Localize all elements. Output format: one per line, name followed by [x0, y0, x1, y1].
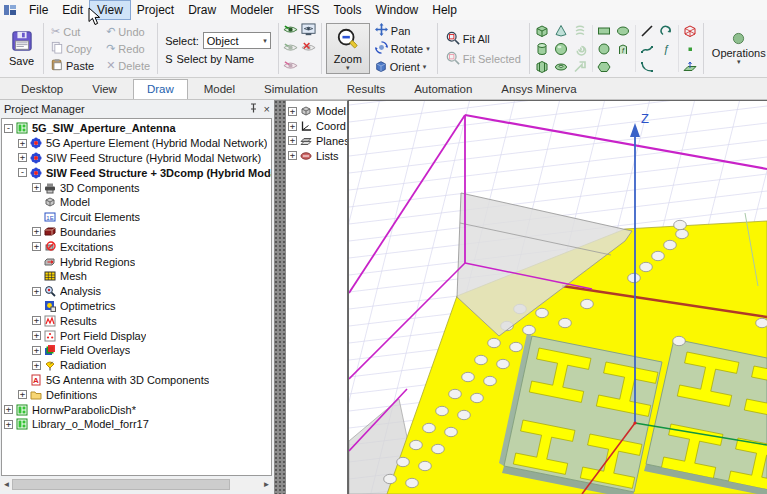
draw-surface-function-button[interactable]: f — [614, 40, 633, 57]
draw-cylinder-button[interactable] — [533, 40, 552, 57]
pin-icon[interactable] — [249, 103, 258, 115]
tree-item-model[interactable]: Model — [2, 195, 271, 210]
draw-spiral-button[interactable] — [571, 40, 590, 57]
menu-hfss[interactable]: HFSS — [281, 1, 327, 19]
tree-item-5g-antenna-with-3d-components[interactable]: A5G Antenna with 3D Components — [2, 373, 271, 388]
pan-button[interactable]: Pan — [373, 22, 432, 39]
tree-item-optimetrics[interactable]: Optimetrics — [2, 299, 271, 314]
tree-item-5g-siw-aperture-antenna[interactable]: -5G_SIW_Aperture_Antenna — [2, 121, 271, 136]
tab-ansys-minerva[interactable]: Ansys Minerva — [488, 80, 589, 99]
tree-item-siw-feed-structure-hybrid-modal-network[interactable]: +SIW Feed Structure (Hybrid Modal Networ… — [2, 151, 271, 166]
tree-item-field-overlays[interactable]: +Field Overlays — [2, 343, 271, 358]
draw-point-button[interactable] — [681, 40, 700, 57]
draw-box-button[interactable] — [533, 22, 552, 39]
scrollbar-thumb[interactable] — [12, 479, 230, 490]
menu-edit[interactable]: Edit — [55, 1, 90, 19]
tree-item-coord[interactable]: +Coord — [286, 119, 347, 134]
menu-view[interactable]: View — [90, 1, 130, 19]
tree-item-hornwparabolicdish[interactable]: +HornwParabolicDish* — [2, 402, 271, 417]
expand-icon[interactable]: + — [32, 316, 41, 325]
save-button[interactable]: Save — [3, 21, 40, 76]
menu-help[interactable]: Help — [425, 1, 464, 19]
tree-item-definitions[interactable]: +Definitions — [2, 387, 271, 402]
close-icon[interactable]: × — [264, 103, 270, 115]
expand-icon[interactable]: + — [18, 390, 27, 399]
draw-equation-curve-button[interactable]: ƒ — [657, 40, 676, 57]
tree-item-radiation[interactable]: +Radiation — [2, 358, 271, 373]
zoom-button[interactable]: Zoom ▾ — [326, 23, 370, 74]
expand-icon[interactable]: + — [32, 361, 41, 370]
scroll-left-icon[interactable]: ◄ — [1, 480, 12, 489]
draw-spline-button[interactable] — [638, 40, 657, 57]
draw-line-button[interactable] — [638, 22, 657, 39]
collapse-icon[interactable]: - — [4, 124, 13, 133]
toggle-visibility-icon[interactable] — [283, 60, 298, 73]
tree-item-hybrid-regions[interactable]: Hybrid Regions — [2, 254, 271, 269]
tree-item-model[interactable]: +Model — [286, 104, 347, 119]
expand-icon[interactable]: + — [32, 346, 41, 355]
tab-simulation[interactable]: Simulation — [251, 80, 331, 99]
menu-window[interactable]: Window — [369, 1, 426, 19]
draw-arc-button[interactable] — [638, 58, 657, 75]
show-visible-icon[interactable] — [283, 24, 298, 37]
horizontal-scrollbar[interactable]: ◄ ► — [1, 478, 272, 491]
tab-results[interactable]: Results — [334, 80, 398, 99]
3d-scene[interactable]: Z — [349, 101, 767, 494]
panel-splitter[interactable] — [274, 100, 286, 494]
expand-icon[interactable]: + — [288, 151, 297, 160]
fit-all-button[interactable]: Fit All — [444, 30, 523, 47]
expand-icon[interactable]: + — [32, 183, 41, 192]
select-mode-dropdown[interactable]: Object▾ — [203, 32, 271, 49]
delete-button[interactable]: ✕Delete — [104, 57, 152, 74]
draw-torus-button[interactable] — [552, 58, 571, 75]
tree-item-lists[interactable]: +Lists — [286, 148, 347, 163]
expand-icon[interactable]: + — [18, 153, 27, 162]
tree-item-planes[interactable]: +Planes — [286, 134, 347, 149]
expand-icon[interactable]: + — [32, 227, 41, 236]
draw-plane-button[interactable] — [681, 58, 700, 75]
expand-icon[interactable]: + — [288, 136, 297, 145]
scroll-right-icon[interactable]: ► — [261, 480, 272, 489]
select-by-name-button[interactable]: S Select by Name — [165, 53, 271, 65]
menu-modeler[interactable]: Modeler — [223, 1, 280, 19]
menu-project[interactable]: Project — [130, 1, 181, 19]
draw-sphere-button[interactable] — [552, 40, 571, 57]
3d-modeler-viewport[interactable]: Z — [348, 100, 767, 494]
menu-tools[interactable]: Tools — [327, 1, 369, 19]
draw-prism-button[interactable] — [533, 58, 552, 75]
draw-ellipse-button[interactable] — [614, 22, 633, 39]
cut-button[interactable]: ✂Cut — [49, 23, 96, 40]
expand-icon[interactable]: + — [4, 420, 13, 429]
expand-icon[interactable]: + — [288, 122, 297, 131]
hide-visible-icon[interactable] — [283, 42, 298, 55]
draw-3d-curve-button[interactable] — [657, 22, 676, 39]
draw-rectangle-button[interactable] — [595, 22, 614, 39]
tab-view[interactable]: View — [79, 80, 130, 99]
tree-item-library-o-model-forr17[interactable]: +Library_o_Model_forr17 — [2, 417, 271, 432]
show-on-monitor-icon[interactable] — [301, 23, 316, 38]
draw-sweep-button[interactable] — [571, 58, 590, 75]
expand-icon[interactable]: + — [32, 242, 41, 251]
tree-item-boundaries[interactable]: +Boundaries — [2, 225, 271, 240]
menu-file[interactable]: File — [22, 1, 55, 19]
tab-model[interactable]: Model — [191, 80, 248, 99]
tree-item-analysis[interactable]: +Analysis — [2, 284, 271, 299]
draw-regular-polygon-button[interactable] — [595, 58, 614, 75]
tab-draw[interactable]: Draw — [133, 79, 188, 99]
operations-button[interactable]: Operations ▾ — [707, 21, 767, 76]
redo-button[interactable]: ↷Redo — [104, 40, 152, 57]
tab-automation[interactable]: Automation — [401, 80, 485, 99]
paste-button[interactable]: Paste — [49, 57, 96, 74]
rotate-button[interactable]: Rotate▾ — [373, 40, 432, 57]
tree-item-excitations[interactable]: +Excitations — [2, 239, 271, 254]
undo-button[interactable]: ↶Undo — [104, 23, 152, 40]
hide-all-icon[interactable] — [301, 42, 316, 55]
expand-icon[interactable]: + — [288, 107, 297, 116]
menu-draw[interactable]: Draw — [181, 1, 223, 19]
fit-selected-button[interactable]: Fit Selected — [444, 50, 523, 67]
expand-icon[interactable]: + — [18, 139, 27, 148]
collapse-icon[interactable]: - — [18, 168, 27, 177]
tree-item-siw-feed-structure-3dcomp-hybrid-modal-netw[interactable]: -SIW Feed Structure + 3Dcomp (Hybrid Mod… — [2, 165, 271, 180]
expand-icon[interactable]: + — [32, 287, 41, 296]
tree-item-5g-aperture-element-hybrid-modal-network[interactable]: +5G Aperture Element (Hybrid Modal Netwo… — [2, 136, 271, 151]
